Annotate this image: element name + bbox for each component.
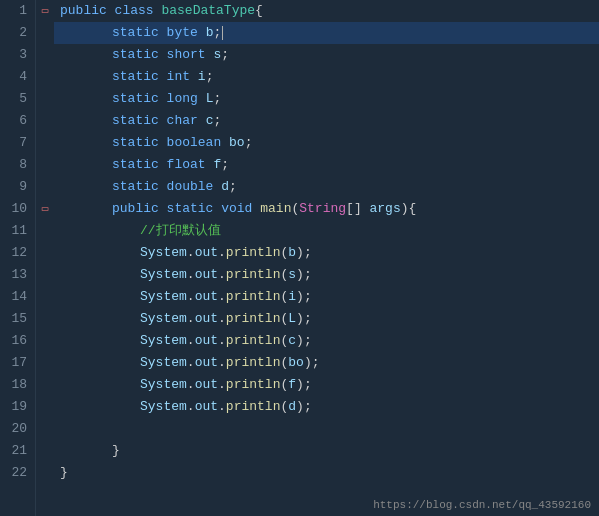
paren-open-15: ( <box>280 308 288 330</box>
paren-close-10: ){ <box>401 198 417 220</box>
dot-15b: . <box>218 308 226 330</box>
semi-7: ; <box>245 132 253 154</box>
line-num-17: 17 <box>8 352 27 374</box>
semi-9: ; <box>229 176 237 198</box>
code-line-15: System.out.println(L); <box>54 308 599 330</box>
line-num-10: 10 <box>8 198 27 220</box>
kw-boolean-7: boolean <box>167 132 229 154</box>
paren-close-19: ); <box>296 396 312 418</box>
kw-float-8: float <box>167 154 214 176</box>
code-content: public class baseDataType{ static byte b… <box>54 0 599 516</box>
sys-13: System <box>140 264 187 286</box>
dot-12b: . <box>218 242 226 264</box>
gutter-7 <box>36 132 54 154</box>
paren-close-15: ); <box>296 308 312 330</box>
gutter-22 <box>36 462 54 484</box>
arg-bo-17: bo <box>288 352 304 374</box>
paren-close-12: ); <box>296 242 312 264</box>
var-bo-7: bo <box>229 132 245 154</box>
semi-4: ; <box>206 66 214 88</box>
comment-11: //打印默认值 <box>140 220 221 242</box>
collapse-icon-1[interactable]: ▭ <box>42 6 49 17</box>
var-s-3: s <box>213 44 221 66</box>
var-f-8: f <box>213 154 221 176</box>
code-line-9: static double d; <box>54 176 599 198</box>
code-line-18: System.out.println(f); <box>54 374 599 396</box>
gutter-2 <box>36 22 54 44</box>
line-num-21: 21 <box>8 440 27 462</box>
line-num-9: 9 <box>8 176 27 198</box>
code-line-12: System.out.println(b); <box>54 242 599 264</box>
println-15: println <box>226 308 281 330</box>
sys-19: System <box>140 396 187 418</box>
var-c-6: c <box>206 110 214 132</box>
arg-f-18: f <box>288 374 296 396</box>
gutter-15 <box>36 308 54 330</box>
code-editor: 1 2 3 4 5 6 7 8 9 10 11 12 13 14 15 16 1… <box>0 0 599 516</box>
line-num-3: 3 <box>8 44 27 66</box>
kw-static-6: static <box>112 110 167 132</box>
paren-open-12: ( <box>280 242 288 264</box>
gutter-8 <box>36 154 54 176</box>
gutter-17 <box>36 352 54 374</box>
dot-14b: . <box>218 286 226 308</box>
out-19: out <box>195 396 218 418</box>
gutter-13 <box>36 264 54 286</box>
collapse-icon-10[interactable]: ▭ <box>42 204 49 215</box>
code-line-1: public class baseDataType{ <box>54 0 599 22</box>
out-17: out <box>195 352 218 374</box>
code-line-11: //打印默认值 <box>54 220 599 242</box>
dot-13b: . <box>218 264 226 286</box>
code-line-10: public static void main(String[] args){ <box>54 198 599 220</box>
url-watermark: https://blog.csdn.net/qq_43592160 <box>373 494 591 516</box>
gutter-21 <box>36 440 54 462</box>
code-line-2: static byte b; <box>54 22 599 44</box>
arg-s-13: s <box>288 264 296 286</box>
code-line-20 <box>54 418 599 440</box>
method-main-10: main <box>260 198 291 220</box>
line-num-15: 15 <box>8 308 27 330</box>
semi-6: ; <box>213 110 221 132</box>
kw-short-3: short <box>167 44 214 66</box>
gutter-11 <box>36 220 54 242</box>
gutter-1[interactable]: ▭ <box>36 0 54 22</box>
out-13: out <box>195 264 218 286</box>
line-numbers: 1 2 3 4 5 6 7 8 9 10 11 12 13 14 15 16 1… <box>0 0 36 516</box>
line-num-13: 13 <box>8 264 27 286</box>
kw-class-1: class <box>115 0 162 22</box>
kw-byte-2: byte <box>167 22 206 44</box>
paren-open-19: ( <box>280 396 288 418</box>
brace-open-1: { <box>255 0 263 22</box>
gutter-19 <box>36 396 54 418</box>
code-line-6: static char c; <box>54 110 599 132</box>
semi-2: ; <box>213 22 221 44</box>
sys-12: System <box>140 242 187 264</box>
gutter-18 <box>36 374 54 396</box>
paren-close-17: ); <box>304 352 320 374</box>
code-line-16: System.out.println(c); <box>54 330 599 352</box>
line-num-11: 11 <box>8 220 27 242</box>
line-num-14: 14 <box>8 286 27 308</box>
code-line-7: static boolean bo; <box>54 132 599 154</box>
sys-18: System <box>140 374 187 396</box>
brace-close-22: } <box>60 462 68 484</box>
gutter-10[interactable]: ▭ <box>36 198 54 220</box>
var-b-2: b <box>206 22 214 44</box>
paren-close-16: ); <box>296 330 312 352</box>
arg-d-19: d <box>288 396 296 418</box>
out-14: out <box>195 286 218 308</box>
var-args-10: args <box>369 198 400 220</box>
semi-8: ; <box>221 154 229 176</box>
arg-i-14: i <box>288 286 296 308</box>
kw-static-7: static <box>112 132 167 154</box>
dot-14a: . <box>187 286 195 308</box>
gutter-12 <box>36 242 54 264</box>
kw-long-5: long <box>167 88 206 110</box>
out-16: out <box>195 330 218 352</box>
gutter: ▭ ▭ <box>36 0 54 516</box>
line-num-18: 18 <box>8 374 27 396</box>
dot-16a: . <box>187 330 195 352</box>
classname-1: baseDataType <box>161 0 255 22</box>
bracket-10: [] <box>346 198 369 220</box>
kw-void-10: void <box>221 198 260 220</box>
